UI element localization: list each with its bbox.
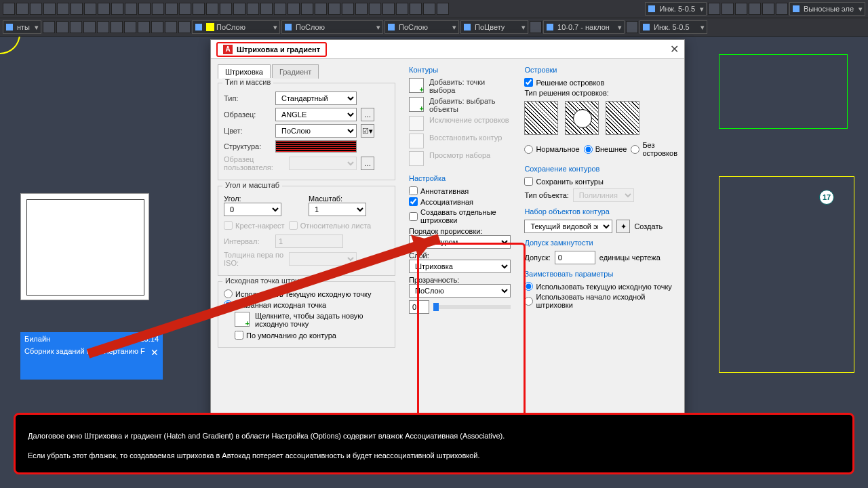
layer-combo[interactable]: нты [3, 20, 41, 34]
textstyle-combo[interactable]: 10-0.7 - наклон [543, 20, 625, 34]
tool-icon[interactable] [3, 3, 15, 15]
tool-icon[interactable] [124, 21, 136, 33]
tool-icon[interactable] [84, 3, 96, 15]
tool-icon[interactable] [97, 21, 109, 33]
tool-icon[interactable] [193, 3, 205, 15]
transparency-value[interactable] [409, 300, 429, 314]
tool-icon[interactable] [762, 3, 774, 15]
island-outer-radio[interactable]: Внешнее [584, 141, 627, 157]
tool-icon[interactable] [735, 3, 747, 15]
tool-icon[interactable] [328, 3, 340, 15]
tool-icon[interactable] [382, 3, 395, 15]
tool-icon[interactable] [43, 3, 56, 15]
tool-icon[interactable] [138, 3, 151, 15]
tool-icon[interactable] [776, 3, 788, 15]
boundaryset-select[interactable]: Текущий видовой экран [524, 220, 612, 233]
color-select[interactable]: ПоСлою [275, 124, 357, 138]
associative-checkbox[interactable]: Ассоциативная [409, 197, 511, 206]
tool-icon[interactable] [16, 3, 28, 15]
tool-icon[interactable] [315, 3, 327, 15]
island-ignore-icon[interactable] [606, 101, 639, 135]
add-pickpoints-icon[interactable] [409, 78, 424, 93]
inherit-source-radio[interactable]: Использовать начало исходной штриховки [524, 293, 677, 309]
tolerance-input[interactable] [555, 251, 595, 264]
tool-icon[interactable] [165, 21, 177, 33]
tool-icon[interactable] [111, 3, 123, 15]
style-combo[interactable]: Выносные эле [789, 2, 865, 16]
tool-icon[interactable] [179, 3, 191, 15]
tool-icon[interactable] [355, 3, 368, 15]
add-select-icon[interactable] [409, 97, 424, 112]
tool-icon[interactable] [98, 3, 110, 15]
tool-icon[interactable] [749, 3, 761, 15]
label-custom: Образец пользователя: [224, 155, 285, 171]
close-button[interactable]: ✕ [670, 43, 679, 56]
scale-select[interactable]: 1 [309, 203, 366, 216]
new-boundary-icon[interactable]: ✦ [616, 220, 630, 233]
island-detect-checkbox[interactable]: Решение островков [524, 78, 677, 87]
tool-icon[interactable] [206, 3, 218, 15]
tool-icon[interactable] [125, 3, 137, 15]
island-ignore-radio[interactable]: Без островков [631, 141, 677, 157]
tool-icon[interactable] [369, 3, 381, 15]
tab-hatch[interactable]: Штриховка [218, 64, 271, 79]
dimstyle-combo[interactable]: Инж. 5-0.5 [639, 20, 707, 34]
plotstyle-combo[interactable]: ПоЦвету [460, 20, 528, 34]
tab-gradient[interactable]: Градиент [272, 64, 319, 79]
tool-icon[interactable] [288, 3, 300, 15]
layer-select[interactable]: Штриховка [409, 260, 511, 273]
pattern-swatch[interactable] [275, 140, 357, 152]
tool-icon[interactable] [71, 3, 83, 15]
transparency-select[interactable]: ПоСлою [409, 284, 511, 298]
tool-icon[interactable] [260, 3, 273, 15]
tool-icon[interactable] [722, 3, 734, 15]
tool-icon[interactable] [111, 21, 123, 33]
annotative-checkbox[interactable]: Аннотативная [409, 186, 511, 195]
tool-icon[interactable] [178, 21, 191, 33]
tool-icon[interactable] [138, 21, 150, 33]
tool-icon[interactable] [247, 3, 259, 15]
default-boundary-checkbox[interactable]: По умолчанию до контура [235, 331, 389, 340]
color-combo[interactable]: ПоСлою [192, 20, 280, 34]
retain-checkbox[interactable]: Сохранить контуры [524, 177, 677, 186]
type-select[interactable]: Стандартный [275, 92, 357, 105]
tool-icon[interactable] [342, 3, 354, 15]
tool-icon[interactable] [437, 3, 449, 15]
tool-icon[interactable] [301, 3, 313, 15]
tool-icon[interactable] [56, 21, 68, 33]
tool-icon[interactable] [396, 3, 408, 15]
tool-icon[interactable] [83, 21, 96, 33]
separate-checkbox[interactable]: Создавать отдельные штриховки [409, 208, 511, 224]
tool-icon[interactable] [70, 21, 82, 33]
label-transparency: Прозрачность: [409, 276, 511, 284]
tool-icon[interactable] [423, 3, 435, 15]
island-outer-icon[interactable] [565, 101, 599, 135]
tool-icon[interactable] [165, 3, 178, 15]
island-normal-icon[interactable] [524, 101, 558, 135]
tool-icon[interactable] [152, 3, 164, 15]
tool-icon[interactable] [530, 21, 542, 33]
tool-icon[interactable] [57, 3, 69, 15]
pattern-browse-button[interactable]: … [361, 108, 374, 121]
tool-icon[interactable] [151, 21, 163, 33]
style-combo[interactable]: Инж. 5-0.5 [645, 2, 707, 16]
pattern-select[interactable]: ANGLE [275, 108, 357, 121]
tool-icon[interactable] [626, 21, 638, 33]
tool-icon[interactable] [43, 21, 55, 33]
tool-icon[interactable] [233, 3, 245, 15]
bgcolor-button[interactable]: ☑▾ [361, 124, 374, 138]
tool-icon[interactable] [274, 3, 286, 15]
tool-icon[interactable] [708, 3, 720, 15]
tool-icon[interactable] [410, 3, 422, 15]
inherit-current-radio[interactable]: Использовать текущую исходную точку [524, 282, 677, 291]
pick-origin-icon[interactable] [235, 312, 250, 327]
transparency-slider[interactable] [433, 303, 439, 311]
angle-select[interactable]: 0 [224, 203, 281, 216]
island-normal-radio[interactable]: Нормальное [524, 141, 579, 157]
tool-icon[interactable] [220, 3, 232, 15]
close-icon[interactable]: ✕ [151, 347, 159, 358]
linetype-combo[interactable]: ПоСлою [281, 20, 383, 34]
badge-number: 17 [819, 190, 834, 205]
tool-icon[interactable] [30, 3, 42, 15]
lineweight-combo[interactable]: ПоСлою [384, 20, 459, 34]
